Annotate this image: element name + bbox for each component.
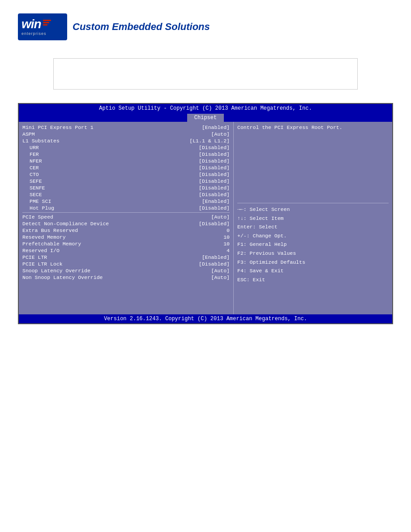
value-detect-non: [Disabled] xyxy=(199,221,230,227)
bios-row-sece: SECE [Disabled] xyxy=(22,192,230,197)
value-fer: [Disabled] xyxy=(199,151,230,157)
bios-footer: Version 2.16.1243. Copyright (C) 2013 Am… xyxy=(19,314,392,323)
bios-row-pcie-ltr-lock: PCIE LTR Lock [Disabled] xyxy=(22,261,230,267)
value-nfer: [Disabled] xyxy=(199,158,230,164)
bios-tab-row: Chipset xyxy=(19,113,392,122)
label-pcie-ltr: PCIE LTR xyxy=(22,254,112,260)
bios-divider-1 xyxy=(22,212,230,213)
value-snoop-latency: [Auto] xyxy=(211,268,230,274)
logo-box: win enterprises xyxy=(18,13,67,40)
label-senfe: SENFE xyxy=(22,185,112,191)
nav-esc-exit: ESC: Exit xyxy=(237,275,389,284)
value-reserved-io: 4 xyxy=(227,248,230,253)
value-pcie-speed: [Auto] xyxy=(211,214,230,220)
bios-row-l1-substates: L1 Substates [L1.1 & L1.2] xyxy=(22,138,230,144)
bios-active-tab[interactable]: Chipset xyxy=(187,114,224,122)
bios-row-sefe: SEFE [Disabled] xyxy=(22,178,230,184)
nav-select-item: ↑↓: Select Item xyxy=(237,214,389,223)
nav-save-exit: F4: Save & Exit xyxy=(237,266,389,275)
nav-previous-values: F2: Previous Values xyxy=(237,249,389,258)
label-extra-bus: Extra Bus Reserved xyxy=(22,227,112,233)
bios-title-text: Aptio Setup Utility - Copyright (C) 2013… xyxy=(99,105,312,112)
bios-row-pme-sci: PME SCI [Enabled] xyxy=(22,198,230,204)
bios-right-panel: Control the PCI Express Root Port. →←: S… xyxy=(234,122,392,314)
nav-select-screen: →←: Select Screen xyxy=(237,205,389,214)
label-reseved-mem: Reseved Memory xyxy=(22,234,112,240)
value-pcie-ltr-lock: [Disabled] xyxy=(199,261,230,267)
label-sefe: SEFE xyxy=(22,178,112,184)
bios-row-prefetchable: Prefetchable Memory 10 xyxy=(22,241,230,247)
page-wrapper: win enterprises Custom Embedded Solution… xyxy=(0,0,411,532)
company-tagline: Custom Embedded Solutions xyxy=(73,21,210,33)
label-sece: SECE xyxy=(22,192,112,197)
bios-row-mini-pci: Mini PCI Express Port 1 [Enabled] xyxy=(22,124,230,130)
label-mini-pci: Mini PCI Express Port 1 xyxy=(22,124,112,130)
nav-general-help: F1: General Help xyxy=(237,240,389,249)
bios-content: Mini PCI Express Port 1 [Enabled] ASPM [… xyxy=(19,122,392,314)
value-mini-pci: [Enabled] xyxy=(202,124,230,130)
value-pcie-ltr: [Enabled] xyxy=(202,254,230,260)
bios-right-divider xyxy=(237,203,389,203)
bios-row-reserved-io: Reserved I/O 4 xyxy=(22,248,230,253)
label-fer: FER xyxy=(22,151,112,157)
label-non-snoop: Non Snoop Latency Override xyxy=(22,275,112,280)
value-senfe: [Disabled] xyxy=(199,185,230,191)
bios-left-panel: Mini PCI Express Port 1 [Enabled] ASPM [… xyxy=(19,122,234,314)
logo-win-text: win xyxy=(21,18,41,30)
logo-enterprises-text: enterprises xyxy=(21,31,47,36)
label-reserved-io: Reserved I/O xyxy=(22,248,112,253)
label-urr: URR xyxy=(22,145,112,150)
nav-change-opt: +/-: Change Opt. xyxy=(237,232,389,240)
value-hot-plug: [Disabled] xyxy=(199,205,230,211)
bios-row-reseved-mem: Reseved Memory 10 xyxy=(22,234,230,240)
bios-row-snoop-latency: Snoop Latency Override [Auto] xyxy=(22,268,230,274)
bios-row-extra-bus: Extra Bus Reserved 0 xyxy=(22,227,230,233)
label-cto: CTO xyxy=(22,172,112,177)
bios-row-pcie-speed: PCIe Speed [Auto] xyxy=(22,214,230,220)
bios-row-aspm: ASPM [Auto] xyxy=(22,131,230,137)
label-nfer: NFER xyxy=(22,158,112,164)
label-cer: CER xyxy=(22,165,112,171)
label-pme-sci: PME SCI xyxy=(22,198,112,204)
label-hot-plug: Hot Plug xyxy=(22,205,112,211)
value-reseved-mem: 10 xyxy=(223,234,230,240)
value-prefetchable: 10 xyxy=(223,241,230,247)
bios-row-hot-plug: Hot Plug [Disabled] xyxy=(22,205,230,211)
bios-row-non-snoop: Non Snoop Latency Override [Auto] xyxy=(22,275,230,280)
value-l1-substates: [L1.1 & L1.2] xyxy=(189,138,230,144)
header: win enterprises Custom Embedded Solution… xyxy=(9,9,402,45)
value-cer: [Disabled] xyxy=(199,165,230,171)
nav-enter-select: Enter: Select xyxy=(237,223,389,232)
label-aspm: ASPM xyxy=(22,131,112,137)
value-non-snoop: [Auto] xyxy=(211,275,230,280)
bios-row-detect-non: Detect Non-Compliance Device [Disabled] xyxy=(22,221,230,227)
label-l1-substates: L1 Substates xyxy=(22,138,112,144)
bios-nav: →←: Select Screen ↑↓: Select Item Enter:… xyxy=(237,205,389,284)
bios-help-text: Control the PCI Express Root Port. xyxy=(237,124,389,131)
white-box xyxy=(53,58,358,90)
bios-row-urr: URR [Disabled] xyxy=(22,145,230,150)
value-pme-sci: [Enabled] xyxy=(202,198,230,204)
value-extra-bus: 0 xyxy=(227,227,230,233)
bios-row-senfe: SENFE [Disabled] xyxy=(22,185,230,191)
value-urr: [Disabled] xyxy=(199,145,230,150)
label-pcie-ltr-lock: PCIE LTR Lock xyxy=(22,261,112,267)
bios-row-nfer: NFER [Disabled] xyxy=(22,158,230,164)
bios-title-bar: Aptio Setup Utility - Copyright (C) 2013… xyxy=(19,104,392,113)
bios-row-pcie-ltr: PCIE LTR [Enabled] xyxy=(22,254,230,260)
value-cto: [Disabled] xyxy=(199,172,230,177)
label-detect-non: Detect Non-Compliance Device xyxy=(22,221,112,227)
bios-row-cer: CER [Disabled] xyxy=(22,165,230,171)
label-prefetchable: Prefetchable Memory xyxy=(22,241,112,247)
value-sece: [Disabled] xyxy=(199,192,230,197)
label-pcie-speed: PCIe Speed xyxy=(22,214,112,220)
nav-optimized-defaults: F3: Optimized Defaults xyxy=(237,258,389,267)
label-snoop-latency: Snoop Latency Override xyxy=(22,268,112,274)
value-sefe: [Disabled] xyxy=(199,178,230,184)
bios-row-fer: FER [Disabled] xyxy=(22,151,230,157)
value-aspm: [Auto] xyxy=(211,131,230,137)
bios-row-cto: CTO [Disabled] xyxy=(22,172,230,177)
bios-screen: Aptio Setup Utility - Copyright (C) 2013… xyxy=(18,103,393,324)
bios-footer-text: Version 2.16.1243. Copyright (C) 2013 Am… xyxy=(104,316,307,322)
logo-container: win enterprises Custom Embedded Solution… xyxy=(18,13,210,40)
